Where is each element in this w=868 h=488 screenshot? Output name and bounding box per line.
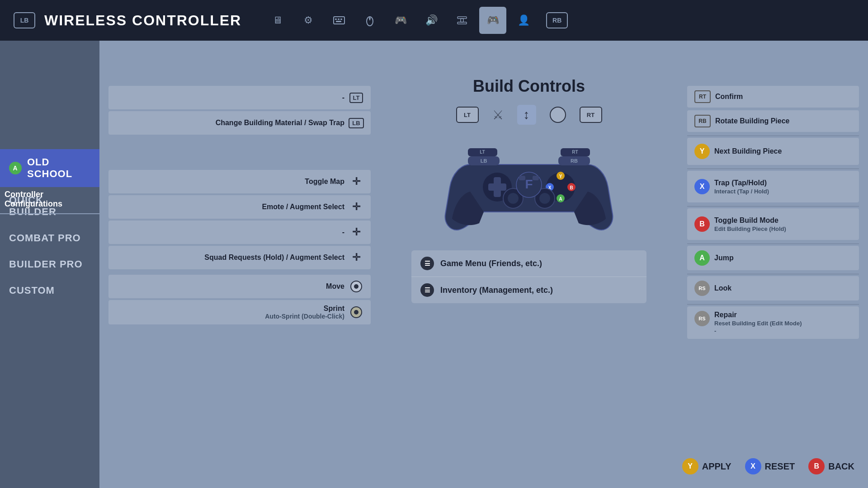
rb-badge[interactable]: RB bbox=[546, 12, 568, 28]
display-nav-icon[interactable]: 🖥 bbox=[264, 7, 291, 34]
jump-label: Jump bbox=[714, 254, 734, 262]
sidebar-header-line1: Controller bbox=[5, 190, 99, 199]
svg-point-38 bbox=[539, 193, 550, 204]
footer: Y APPLY X RESET B BACK bbox=[682, 458, 854, 474]
toggle-build-row[interactable]: B Toggle Build Mode Edit Building Piece … bbox=[687, 208, 859, 240]
trap-label: Trap (Tap/Hold) Interact (Tap / Hold) bbox=[714, 179, 769, 195]
svg-text:A: A bbox=[559, 197, 562, 202]
svg-point-7 bbox=[369, 18, 371, 19]
trap-row[interactable]: X Trap (Tap/Hold) Interact (Tap / Hold) bbox=[687, 171, 859, 202]
left-controls-panel: - LT Change Building Material / Swap Tra… bbox=[99, 41, 380, 488]
svg-text:RT: RT bbox=[572, 150, 578, 155]
reset-x-circle: X bbox=[745, 458, 761, 474]
toggle-map-row[interactable]: Toggle Map ✛ bbox=[108, 170, 371, 193]
look-row[interactable]: RS Look bbox=[687, 276, 859, 300]
active-gamepad-nav-icon[interactable]: 🎮 bbox=[479, 7, 506, 34]
sprint-label: Sprint bbox=[324, 305, 344, 313]
lt-control-row[interactable]: - LT bbox=[108, 86, 371, 109]
divider-1 bbox=[687, 136, 859, 136]
auto-sprint-label: Auto-Sprint (Double-Click) bbox=[265, 313, 344, 320]
svg-rect-3 bbox=[340, 19, 342, 20]
sidebar-item-custom[interactable]: CUSTOM bbox=[0, 277, 99, 304]
build-controls-title: Build Controls bbox=[473, 77, 585, 96]
sidebar-item-builder-pro[interactable]: BUILDER PRO bbox=[0, 251, 99, 277]
rs2-button: RS bbox=[694, 311, 710, 326]
emote-augment-row[interactable]: Emote / Augment Select ✛ bbox=[108, 195, 371, 219]
lb-control-row[interactable]: Change Building Material / Swap Trap LB bbox=[108, 111, 371, 135]
network-nav-icon[interactable] bbox=[448, 7, 476, 34]
rt-trigger-btn: RT bbox=[580, 107, 602, 123]
rb-button: RB bbox=[694, 115, 711, 127]
game-menu-item[interactable]: ☰ Game Menu (Friends, etc.) bbox=[411, 250, 646, 277]
sidebar-item-old-school[interactable]: A OLD SCHOOL bbox=[0, 149, 99, 187]
divider-4 bbox=[687, 244, 859, 244]
confirm-row[interactable]: RT Confirm bbox=[687, 86, 859, 108]
move-label: Move bbox=[326, 282, 344, 291]
dpad-left-icon: ✛ bbox=[349, 250, 363, 265]
game-menu-label: Game Menu (Friends, etc.) bbox=[440, 259, 542, 268]
rs-button: RS bbox=[694, 281, 710, 296]
svg-rect-17 bbox=[488, 183, 506, 191]
svg-rect-41 bbox=[519, 176, 525, 180]
svg-rect-2 bbox=[338, 19, 340, 20]
sidebar-label-combat-pro: COMBAT PRO bbox=[9, 232, 81, 244]
emote-augment-label: Emote / Augment Select bbox=[262, 203, 344, 211]
inventory-menu-label: Inventory (Management, etc.) bbox=[440, 286, 553, 295]
move-row[interactable]: Move bbox=[108, 275, 371, 298]
inventory-menu-item[interactable]: ☰ Inventory (Management, etc.) bbox=[411, 277, 646, 303]
circle-btn bbox=[550, 107, 566, 123]
svg-text:LB: LB bbox=[481, 158, 487, 164]
settings-nav-icon[interactable]: ⚙ bbox=[295, 7, 322, 34]
sidebar-label-old-school: OLD SCHOOL bbox=[27, 156, 90, 180]
gamepad2-nav-icon[interactable]: 🎮 bbox=[387, 7, 414, 34]
game-menu-icon: ☰ bbox=[420, 257, 434, 270]
profile-nav-icon[interactable]: 👤 bbox=[510, 7, 537, 34]
sidebar-item-combat-pro[interactable]: COMBAT PRO bbox=[0, 225, 99, 251]
lb-badge[interactable]: LB bbox=[14, 12, 35, 28]
sprint-row[interactable]: Sprint Auto-Sprint (Double-Click) bbox=[108, 300, 371, 324]
keybinds-nav-icon[interactable] bbox=[326, 7, 353, 34]
inventory-menu-icon: ☰ bbox=[420, 283, 434, 297]
svg-rect-1 bbox=[335, 19, 337, 20]
rb-label: RB bbox=[552, 17, 561, 24]
audio-nav-icon[interactable]: 🔊 bbox=[418, 7, 445, 34]
rotate-label: Rotate Building Piece bbox=[715, 117, 789, 125]
dpad-down-icon: ✛ bbox=[349, 225, 363, 239]
divider-5 bbox=[687, 274, 859, 274]
reset-button[interactable]: X RESET bbox=[745, 458, 795, 474]
sidebar-label-builder-pro: BUILDER PRO bbox=[9, 258, 83, 270]
repair-row[interactable]: RS Repair Reset Building Edit (Edit Mode… bbox=[687, 306, 859, 339]
squad-requests-label: Squad Requests (Hold) / Augment Select bbox=[204, 253, 344, 262]
lt-icon: LT bbox=[349, 90, 363, 105]
bottom-menu: ☰ Game Menu (Friends, etc.) ☰ Inventory … bbox=[411, 250, 646, 303]
apply-y-circle: Y bbox=[682, 458, 698, 474]
a-badge: A bbox=[9, 162, 22, 174]
back-button[interactable]: B BACK bbox=[808, 458, 854, 474]
rotate-row[interactable]: RB Rotate Building Piece bbox=[687, 110, 859, 132]
lb-icon: LB bbox=[349, 116, 363, 130]
move-icon-highlight: ↕ bbox=[517, 105, 536, 125]
divider-3 bbox=[687, 206, 859, 206]
main-content: Controller Configurations A OLD SCHOOL Q… bbox=[0, 41, 868, 488]
sidebar: Controller Configurations A OLD SCHOOL Q… bbox=[0, 41, 99, 488]
x-button: X bbox=[694, 179, 710, 194]
mouse-nav-icon[interactable] bbox=[356, 7, 383, 34]
svg-text:B: B bbox=[570, 185, 573, 190]
jump-row[interactable]: A Jump bbox=[687, 246, 859, 270]
next-building-row[interactable]: Y Next Building Piece bbox=[687, 138, 859, 165]
a-button: A bbox=[694, 250, 710, 266]
sidebar-header: Controller Configurations bbox=[0, 190, 99, 214]
reset-label: RESET bbox=[765, 461, 795, 472]
divider-6 bbox=[687, 304, 859, 305]
dpad-down-row[interactable]: - ✛ bbox=[108, 221, 371, 244]
dpad-down-label: - bbox=[342, 228, 344, 236]
svg-point-12 bbox=[354, 284, 359, 289]
squad-requests-row[interactable]: Squad Requests (Hold) / Augment Select ✛ bbox=[108, 246, 371, 269]
back-b-circle: B bbox=[808, 458, 825, 474]
nav-icons: 🖥 ⚙ 🎮 🔊 bbox=[264, 7, 537, 34]
b-button: B bbox=[694, 216, 710, 232]
apply-button[interactable]: Y APPLY bbox=[682, 458, 731, 474]
svg-text:Y: Y bbox=[559, 174, 562, 179]
svg-text:F: F bbox=[525, 177, 533, 191]
back-label: BACK bbox=[828, 461, 854, 472]
